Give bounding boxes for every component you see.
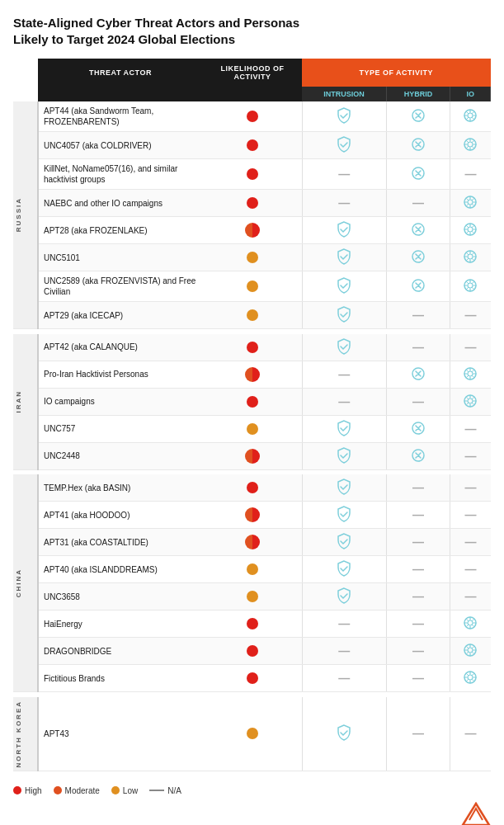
intrusion-cell — [302, 334, 386, 361]
table-row: UNC3658 —— — [13, 583, 491, 610]
io-cell: — — [450, 474, 491, 502]
intrusion-subheader: Intrusion — [302, 87, 386, 101]
na-label: N/A — [167, 786, 181, 795]
likelihood-cell — [203, 101, 302, 132]
svg-point-17 — [468, 283, 473, 288]
main-table: THREAT ACTOR LIKELIHOOD OF ACTIVITY TYPE… — [13, 59, 491, 776]
table-row: APT41 (aka HOODOO) —— — [13, 502, 491, 529]
likelihood-cell — [203, 361, 302, 388]
likelihood-cell — [203, 665, 302, 692]
intrusion-cell — [302, 101, 386, 132]
intrusion-cell — [302, 244, 386, 271]
region-china: CHINA — [13, 474, 38, 692]
likelihood-cell — [203, 442, 302, 469]
actor-name-cell: APT44 (aka Sandworm Team, FROZENBARENTS) — [38, 101, 203, 132]
table-row: KillNet, NoName057(16), and similar hack… — [13, 159, 491, 190]
likelihood-cell — [203, 388, 302, 415]
svg-point-11 — [468, 227, 473, 232]
likelihood-cell — [203, 502, 302, 529]
table-row: UNC2448 — — [13, 442, 491, 469]
actor-name-cell: APT40 (aka ISLANDDREAMS) — [38, 556, 203, 583]
actor-name-cell: UNC5101 — [38, 244, 203, 271]
likelihood-cell — [203, 610, 302, 638]
actor-name-cell: Pro-Iran Hacktivist Personas — [38, 361, 203, 388]
actor-name-cell: UNC2589 (aka FROZENVISTA) and Free Civil… — [38, 271, 203, 302]
actor-name-cell: Fictitious Brands — [38, 665, 203, 692]
likelihood-header: LIKELIHOOD OF ACTIVITY — [203, 59, 302, 87]
hybrid-cell — [386, 271, 450, 302]
svg-point-26 — [468, 620, 473, 625]
hybrid-cell: — — [386, 474, 450, 502]
hybrid-cell — [386, 415, 450, 442]
likelihood-cell — [203, 638, 302, 665]
hybrid-cell — [386, 101, 450, 132]
hybrid-cell: — — [386, 697, 450, 771]
intrusion-cell — [302, 271, 386, 302]
intrusion-cell: — — [302, 159, 386, 190]
hybrid-cell: — — [386, 556, 450, 583]
na-line — [149, 790, 164, 791]
table-row: UNC4057 (aka COLDRIVER) — [13, 132, 491, 159]
intrusion-cell — [302, 132, 386, 159]
actor-name-cell: IO campaigns — [38, 388, 203, 415]
likelihood-cell — [203, 217, 302, 244]
io-cell: — — [450, 556, 491, 583]
region-russia: RUSSIA — [13, 101, 38, 329]
io-cell: — — [450, 502, 491, 529]
svg-point-20 — [468, 371, 473, 376]
hybrid-cell — [386, 361, 450, 388]
page-title: State-Aligned Cyber Threat Actors and Pe… — [13, 15, 491, 47]
actor-name-cell: TEMP.Hex (aka BASIN) — [38, 474, 203, 502]
table-row: IO campaigns—— — [13, 388, 491, 415]
io-cell: — — [450, 442, 491, 469]
actor-name-cell: DRAGONBRIDGE — [38, 638, 203, 665]
io-cell — [450, 665, 491, 692]
actor-name-cell: APT29 (aka ICECAP) — [38, 302, 203, 329]
table-row: UNC2589 (aka FROZENVISTA) and Free Civil… — [13, 271, 491, 302]
table-row: NORTH KOREAAPT43 —— — [13, 697, 491, 771]
moderate-label: Moderate — [65, 786, 100, 795]
actor-name-cell: UNC3658 — [38, 583, 203, 610]
table-row: Pro-Iran Hacktivist Personas— — [13, 361, 491, 388]
io-cell — [450, 388, 491, 415]
intrusion-cell — [302, 302, 386, 329]
type-activity-header: TYPE OF ACTIVITY — [302, 59, 491, 87]
hybrid-cell — [386, 132, 450, 159]
hybrid-cell — [386, 217, 450, 244]
likelihood-cell — [203, 190, 302, 217]
hybrid-cell: — — [386, 529, 450, 556]
io-cell: — — [450, 697, 491, 771]
likelihood-cell — [203, 474, 302, 502]
actor-name-cell: UNC757 — [38, 415, 203, 442]
legend-high: High — [13, 786, 42, 795]
table-row: UNC5101 — [13, 244, 491, 271]
table-row: APT40 (aka ISLANDDREAMS) —— — [13, 556, 491, 583]
actor-name-cell: KillNet, NoName057(16), and similar hack… — [38, 159, 203, 190]
table-row: APT28 (aka FROZENLAKE) — [13, 217, 491, 244]
likelihood-cell — [203, 556, 302, 583]
high-dot — [13, 786, 21, 794]
likelihood-cell — [203, 159, 302, 190]
svg-point-28 — [468, 648, 473, 653]
likelihood-cell — [203, 583, 302, 610]
io-cell: — — [450, 583, 491, 610]
likelihood-cell — [203, 132, 302, 159]
hybrid-cell: — — [386, 334, 450, 361]
region-spacer — [13, 771, 491, 776]
io-cell: — — [450, 529, 491, 556]
likelihood-cell — [203, 334, 302, 361]
threat-actor-header: THREAT ACTOR — [38, 59, 203, 87]
intrusion-cell — [302, 474, 386, 502]
likelihood-cell — [203, 302, 302, 329]
io-cell: — — [450, 334, 491, 361]
table-row: DRAGONBRIDGE—— — [13, 638, 491, 665]
io-subheader: IO — [450, 87, 491, 101]
svg-point-14 — [468, 254, 473, 259]
svg-point-5 — [468, 142, 473, 147]
actor-name-cell: APT31 (aka COASTALTIDE) — [38, 529, 203, 556]
likelihood-cell — [203, 529, 302, 556]
intrusion-cell — [302, 217, 386, 244]
table-row: NAEBC and other IO campaigns—— — [13, 190, 491, 217]
table-row: RUSSIAAPT44 (aka Sandworm Team, FROZENBA… — [13, 101, 491, 132]
hybrid-cell: — — [386, 302, 450, 329]
